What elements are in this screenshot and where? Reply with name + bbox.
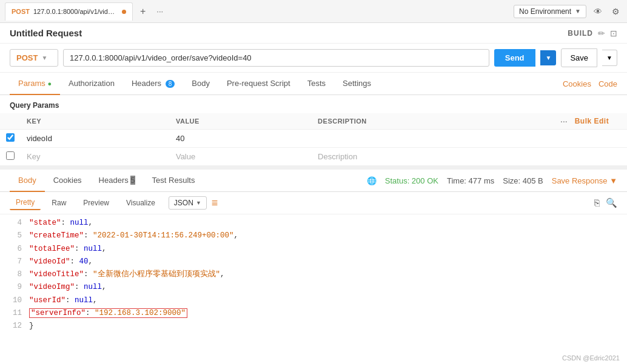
request-tab[interactable]: POST 127.0.0.1:8000/api/v1/video_o...: [5, 2, 133, 21]
empty-checkbox-cell: [0, 148, 21, 166]
tab-headers[interactable]: Headers 8: [123, 73, 183, 95]
method-selector[interactable]: POST ▼: [10, 49, 58, 67]
request-tabs-bar: Params ● Authorization Headers 8 Body Pr…: [0, 73, 627, 95]
empty-key[interactable]: Key: [21, 148, 170, 166]
empty-checkbox[interactable]: [6, 151, 15, 160]
response-wrapper: 4 "state": null, 5 "createTime": "2022-0…: [0, 214, 627, 329]
response-size: Size: 405 B: [503, 176, 543, 185]
th-description: DESCRIPTION: [312, 113, 554, 130]
format-tab-raw[interactable]: Raw: [45, 196, 72, 210]
method-arrow-icon: ▼: [41, 55, 47, 61]
line-number: 9: [10, 281, 22, 294]
line-number: 12: [10, 320, 22, 329]
request-title: Untitled Request: [10, 28, 568, 38]
row-key[interactable]: videoId: [21, 130, 170, 148]
json-line-9: 9 "videoImg": null,: [10, 281, 617, 294]
query-params-title: Query Params: [0, 95, 627, 113]
search-icon[interactable]: 🔍: [606, 197, 617, 208]
table-row: videoId 40: [0, 130, 627, 148]
line-number: 4: [10, 217, 22, 230]
send-dropdown-button[interactable]: ▼: [540, 50, 557, 65]
add-tab-button[interactable]: +: [136, 5, 149, 18]
save-response-button[interactable]: Save Response ▼: [552, 176, 617, 185]
response-tabs-bar: Body Cookies Headers 5 Test Results 🌐 St…: [0, 170, 627, 192]
th-key: KEY: [21, 113, 170, 130]
environment-selector[interactable]: No Environment ▼: [514, 5, 586, 18]
cookies-link[interactable]: Cookies: [563, 79, 591, 88]
save-dropdown-button[interactable]: ▼: [602, 50, 617, 66]
tab-settings[interactable]: Settings: [334, 73, 380, 95]
json-line-10: 10 "userId": null,: [10, 294, 617, 307]
format-bar: Pretty Raw Preview Visualize JSON ▼ ≡ ⎘ …: [0, 192, 627, 214]
response-tab-body[interactable]: Body: [10, 170, 45, 192]
tabs-right-links: Cookies Code: [563, 79, 617, 88]
response-tab-cookies[interactable]: Cookies: [45, 170, 90, 192]
empty-actions: [554, 148, 627, 166]
response-time: Time: 477 ms: [447, 176, 494, 185]
format-type-label: JSON: [174, 199, 193, 207]
word-wrap-icon[interactable]: ≡: [212, 197, 218, 210]
tab-body[interactable]: Body: [183, 73, 218, 95]
line-number: 11: [10, 307, 22, 320]
env-label: No Environment: [519, 7, 571, 16]
json-line-5: 5 "createTime": "2022-01-30T14:11:56.249…: [10, 230, 617, 242]
tab-params[interactable]: Params ●: [10, 73, 60, 95]
more-tabs-button[interactable]: ···: [153, 5, 167, 17]
code-link[interactable]: Code: [598, 79, 617, 88]
eye-icon-button[interactable]: 👁: [591, 4, 605, 19]
send-button[interactable]: Send: [494, 49, 535, 67]
json-response-body: 4 "state": null, 5 "createTime": "2022-0…: [0, 214, 627, 329]
line-number: 6: [10, 243, 22, 256]
format-tab-pretty[interactable]: Pretty: [10, 196, 41, 210]
top-right-actions: No Environment ▼ 👁 ⚙: [514, 4, 622, 19]
line-number: 10: [10, 294, 22, 307]
json-line-4: 4 "state": null,: [10, 217, 617, 230]
env-arrow-icon: ▼: [575, 8, 581, 15]
response-tab-headers[interactable]: Headers 5: [90, 170, 144, 192]
tab-pre-request[interactable]: Pre-request Script: [218, 73, 299, 95]
build-label: BUILD: [568, 29, 593, 38]
url-bar: POST ▼ Send ▼ Save ▼: [0, 44, 627, 73]
save-response-arrow-icon: ▼: [609, 176, 617, 185]
status-badge: Status: 200 OK: [385, 176, 438, 185]
format-tab-preview[interactable]: Preview: [77, 196, 115, 210]
json-line-8: 8 "videoTitle": "全新微信小程序零基础到顶项实战",: [10, 268, 617, 281]
tab-tests[interactable]: Tests: [299, 73, 334, 95]
empty-description[interactable]: Description: [312, 148, 554, 166]
json-line-12: 12 }: [10, 320, 617, 329]
bulk-edit-button[interactable]: Bulk Edit: [575, 117, 609, 125]
format-type-selector[interactable]: JSON ▼: [169, 196, 207, 210]
line-number: 8: [10, 268, 22, 281]
empty-value[interactable]: Value: [170, 148, 312, 166]
params-more-button[interactable]: ···: [560, 116, 568, 126]
json-line-6: 6 "totalFee": null,: [10, 243, 617, 256]
save-button[interactable]: Save: [561, 48, 597, 67]
format-tab-visualize[interactable]: Visualize: [120, 196, 161, 210]
top-bar: POST 127.0.0.1:8000/api/v1/video_o... + …: [0, 0, 627, 23]
format-type-arrow-icon: ▼: [196, 200, 201, 206]
edit-icon[interactable]: ✏: [598, 28, 605, 38]
url-input[interactable]: [63, 49, 489, 67]
settings-icon-button[interactable]: ⚙: [609, 4, 622, 19]
row-actions: [554, 130, 627, 148]
th-value: VALUE: [170, 113, 312, 130]
expand-icon[interactable]: ⊡: [610, 28, 617, 38]
table-row-empty: Key Value Description: [0, 148, 627, 166]
th-checkbox: [0, 113, 21, 130]
row-checkbox[interactable]: [6, 133, 15, 142]
format-right-actions: ⎘ 🔍: [594, 197, 617, 208]
response-tab-test-results[interactable]: Test Results: [144, 170, 204, 192]
tab-url: 127.0.0.1:8000/api/v1/video_o...: [33, 8, 118, 15]
highlighted-key: "serverInfo": [31, 309, 86, 317]
line-number: 5: [10, 230, 22, 242]
line-number: 7: [10, 256, 22, 268]
tab-unsaved-dot: [122, 10, 126, 14]
globe-icon: 🌐: [367, 176, 377, 185]
response-meta: 🌐 Status: 200 OK Time: 477 ms Size: 405 …: [367, 176, 617, 185]
row-checkbox-cell: [0, 130, 21, 148]
th-actions: ··· Bulk Edit: [554, 113, 627, 130]
tab-authorization[interactable]: Authorization: [60, 73, 123, 95]
row-value[interactable]: 40: [170, 130, 312, 148]
copy-icon[interactable]: ⎘: [594, 197, 600, 208]
row-description[interactable]: [312, 130, 554, 148]
